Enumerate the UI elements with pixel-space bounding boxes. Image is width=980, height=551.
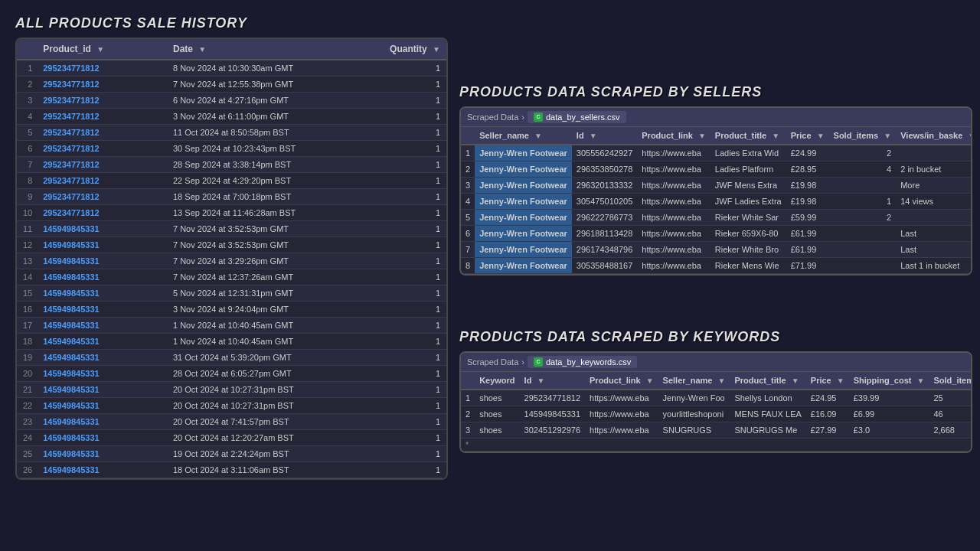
- keywords-row[interactable]: 3 shoes 302451292976 https://www.eba SNU…: [461, 422, 971, 439]
- kw-shipping-filter-icon[interactable]: ▼: [917, 377, 925, 385]
- sale-history-table-container: Product_id ▼ Date ▼ Quantity ▼ 1 2952347…: [15, 37, 448, 480]
- kw-sold-header[interactable]: Sold_items ▼: [929, 372, 971, 390]
- sale-history-row[interactable]: 19 145949845331 31 Oct 2024 at 5:39:20pm…: [17, 350, 446, 366]
- sale-history-row[interactable]: 18 145949845331 1 Nov 2024 at 10:40:45am…: [17, 334, 446, 350]
- quantity-cell: 1: [335, 221, 446, 237]
- quantity-cell: 1: [335, 382, 446, 398]
- sale-history-row[interactable]: 8 295234771812 22 Sep 2024 at 4:29:20pm …: [17, 173, 446, 189]
- date-header[interactable]: Date ▼: [167, 39, 335, 60]
- sellers-row[interactable]: 3 Jenny-Wren Footwear 296320133332 https…: [461, 178, 971, 194]
- sellers-id-filter-icon[interactable]: ▼: [590, 132, 597, 140]
- date-cell: 7 Nov 2024 at 3:52:53pm GMT: [167, 237, 335, 253]
- sellers-price-header[interactable]: Price ▼: [786, 127, 829, 145]
- keywords-breadcrumb-separator: ›: [521, 357, 524, 367]
- kw-link-header[interactable]: Product_link ▼: [585, 372, 658, 390]
- kw-title-filter-icon[interactable]: ▼: [792, 377, 799, 385]
- right-bottom-panel: PRODUCTS DATA SCRAPED BY KEYWORDS Scrape…: [459, 329, 972, 453]
- sellers-link-filter-icon[interactable]: ▼: [698, 132, 706, 140]
- quantity-cell: 1: [335, 318, 446, 334]
- sale-history-row[interactable]: 15 145949845331 5 Nov 2024 at 12:31:31pm…: [17, 285, 446, 302]
- sellers-row[interactable]: 2 Jenny-Wren Footwear 296353850278 https…: [461, 161, 971, 178]
- product-id-header[interactable]: Product_id ▼: [37, 39, 167, 60]
- seller-link-cell: https://www.eba: [637, 194, 710, 210]
- sellers-row[interactable]: 7 Jenny-Wren Footwear 296174348796 https…: [461, 242, 971, 258]
- quantity-cell: 1: [335, 109, 446, 125]
- sellers-row-number: 4: [461, 194, 475, 210]
- sellers-row[interactable]: 6 Jenny-Wren Footwear 296188113428 https…: [461, 226, 971, 242]
- keywords-row[interactable]: 1 shoes 295234771812 https://www.eba Jen…: [461, 390, 971, 406]
- sale-history-row[interactable]: 13 145949845331 7 Nov 2024 at 3:29:26pm …: [17, 253, 446, 269]
- product-id-filter-icon[interactable]: ▼: [96, 45, 104, 54]
- row-number: 3: [17, 93, 37, 109]
- kw-id-filter-icon[interactable]: ▼: [537, 377, 544, 385]
- sale-history-row[interactable]: 20 145949845331 28 Oct 2024 at 6:05:27pm…: [17, 366, 446, 382]
- sellers-sold-header[interactable]: Sold_items ▼: [829, 127, 897, 145]
- sale-history-row[interactable]: 3 295234771812 6 Nov 2024 at 4:27:16pm G…: [17, 93, 446, 109]
- quantity-cell: 1: [335, 253, 446, 269]
- sellers-row[interactable]: 5 Jenny-Wren Footwear 296222786773 https…: [461, 210, 971, 226]
- date-filter-icon[interactable]: ▼: [198, 45, 206, 54]
- sale-history-row[interactable]: 26 145949845331 18 Oct 2024 at 3:11:06am…: [17, 462, 446, 478]
- kw-seller-filter-icon[interactable]: ▼: [717, 377, 725, 385]
- sale-history-row[interactable]: 23 145949845331 20 Oct 2024 at 7:41:57pm…: [17, 414, 446, 430]
- sale-history-row[interactable]: 1 295234771812 8 Nov 2024 at 10:30:30am …: [17, 60, 446, 77]
- sale-history-row[interactable]: 25 145949845331 19 Oct 2024 at 2:24:24pm…: [17, 446, 446, 462]
- sale-history-row[interactable]: 14 145949845331 7 Nov 2024 at 12:37:26am…: [17, 269, 446, 285]
- sellers-link-header[interactable]: Product_link ▼: [637, 127, 710, 145]
- sellers-sold-filter-icon[interactable]: ▼: [884, 132, 891, 140]
- sellers-views-header[interactable]: Views/in_baske ▼: [896, 127, 971, 145]
- sale-history-row[interactable]: 7 295234771812 28 Sep 2024 at 3:38:14pm …: [17, 157, 446, 173]
- sale-history-row[interactable]: 4 295234771812 3 Nov 2024 at 6:11:00pm G…: [17, 109, 446, 125]
- row-number: 11: [17, 221, 37, 237]
- kw-keyword-header[interactable]: Keyword: [475, 372, 519, 390]
- seller-price-cell: £28.95: [786, 161, 829, 178]
- sale-history-row[interactable]: 22 145949845331 20 Oct 2024 at 10:27:31p…: [17, 398, 446, 414]
- kw-seller-header[interactable]: Seller_name ▼: [658, 372, 730, 390]
- quantity-header[interactable]: Quantity ▼: [335, 39, 446, 60]
- sale-history-row[interactable]: 2 295234771812 7 Nov 2024 at 12:55:38pm …: [17, 77, 446, 93]
- kw-title-header[interactable]: Product_title ▼: [730, 372, 805, 390]
- kw-link-filter-icon[interactable]: ▼: [646, 377, 654, 385]
- left-panel-title: ALL PRODUCTS SALE HISTORY: [15, 15, 448, 31]
- sellers-row[interactable]: 8 Jenny-Wren Footwear 305358488167 https…: [461, 258, 971, 274]
- quantity-cell: 1: [335, 366, 446, 382]
- sellers-seller-name-header[interactable]: Seller_name ▼: [475, 127, 572, 145]
- sale-history-row[interactable]: 5 295234771812 11 Oct 2024 at 8:50:58pm …: [17, 125, 446, 141]
- sellers-title-filter-icon[interactable]: ▼: [772, 132, 779, 140]
- sellers-row[interactable]: 1 Jenny-Wren Footwear 305556242927 https…: [461, 145, 971, 161]
- date-cell: 20 Oct 2024 at 10:27:31pm BST: [167, 382, 335, 398]
- sellers-row[interactable]: 4 Jenny-Wren Footwear 305475010205 https…: [461, 194, 971, 210]
- quantity-cell: 1: [335, 350, 446, 366]
- sale-history-scroll[interactable]: Product_id ▼ Date ▼ Quantity ▼ 1 2952347…: [17, 39, 446, 478]
- sale-history-row[interactable]: 17 145949845331 1 Nov 2024 at 10:40:45am…: [17, 318, 446, 334]
- kw-price-header[interactable]: Price ▼: [806, 372, 849, 390]
- sellers-row-number: 8: [461, 258, 475, 274]
- sale-history-row[interactable]: 16 145949845331 3 Nov 2024 at 9:24:04pm …: [17, 302, 446, 318]
- sale-history-row[interactable]: 9 295234771812 18 Sep 2024 at 7:00:18pm …: [17, 189, 446, 205]
- sale-history-row[interactable]: 6 295234771812 30 Sep 2024 at 10:23:43pm…: [17, 141, 446, 157]
- sellers-price-filter-icon[interactable]: ▼: [817, 132, 825, 140]
- sellers-views-filter-icon[interactable]: ▼: [968, 132, 971, 140]
- sellers-title-header[interactable]: Product_title ▼: [710, 127, 786, 145]
- date-cell: 1 Nov 2024 at 10:40:45am GMT: [167, 334, 335, 350]
- quantity-filter-icon[interactable]: ▼: [433, 45, 440, 54]
- sale-history-row[interactable]: 12 145949845331 7 Nov 2024 at 3:52:53pm …: [17, 237, 446, 253]
- seller-name-filter-icon[interactable]: ▼: [534, 132, 542, 140]
- keywords-row[interactable]: 2 shoes 145949845331 https://www.eba you…: [461, 406, 971, 422]
- sellers-id-header[interactable]: Id ▼: [572, 127, 637, 145]
- sale-history-row[interactable]: 24 145949845331 20 Oct 2024 at 12:20:27a…: [17, 430, 446, 446]
- keywords-breadcrumb-bar: Scraped Data › C data_by_keywords.csv: [461, 353, 971, 372]
- sellers-breadcrumb-root[interactable]: Scraped Data: [467, 112, 518, 122]
- kw-price-filter-icon[interactable]: ▼: [837, 377, 844, 385]
- kw-shipping-header[interactable]: Shipping_cost ▼: [849, 372, 929, 390]
- sale-history-row[interactable]: 21 145949845331 20 Oct 2024 at 10:27:31p…: [17, 382, 446, 398]
- kw-title-cell: SNUGRUGS Me: [730, 422, 805, 439]
- keywords-breadcrumb-root[interactable]: Scraped Data: [467, 357, 518, 367]
- seller-id-cell: 305475010205: [572, 194, 637, 210]
- date-cell: 11 Oct 2024 at 8:50:58pm BST: [167, 125, 335, 141]
- sale-history-row[interactable]: 10 295234771812 13 Sep 2024 at 11:46:28a…: [17, 205, 446, 221]
- keywords-table-container: Scraped Data › C data_by_keywords.csv Ke…: [459, 351, 972, 453]
- kw-title-cell: MENS FAUX LEA: [730, 406, 805, 422]
- kw-id-header[interactable]: Id ▼: [520, 372, 585, 390]
- sale-history-row[interactable]: 11 145949845331 7 Nov 2024 at 3:52:53pm …: [17, 221, 446, 237]
